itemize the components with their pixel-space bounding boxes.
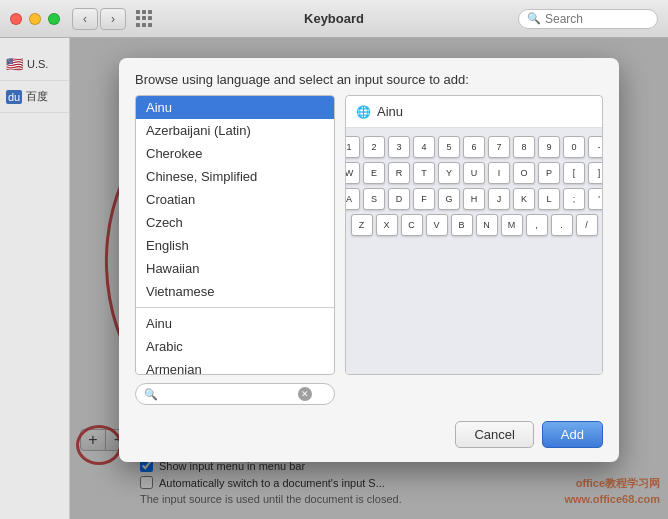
sidebar-item-baidu[interactable]: du 百度 — [0, 81, 69, 113]
modal-body: AinuAzerbaijani (Latin)CherokeeChinese, … — [119, 95, 619, 375]
keyboard-row: `1234567890-= — [354, 136, 594, 158]
modal-footer: Cancel Add — [119, 413, 619, 462]
modal-instruction-text: Browse using language and select an inpu… — [135, 72, 469, 87]
language-item[interactable]: Czech — [136, 211, 334, 234]
cancel-button[interactable]: Cancel — [455, 421, 533, 448]
keyboard-key[interactable]: W — [345, 162, 360, 184]
keyboard-row: QWERTYUIOP[]\ — [354, 162, 594, 184]
language-item[interactable]: Croatian — [136, 188, 334, 211]
title-search-bar[interactable]: 🔍 — [518, 9, 658, 29]
keyboard-row: ASDFGHJKL;' — [354, 188, 594, 210]
baidu-icon: du — [6, 90, 22, 104]
close-button[interactable] — [10, 13, 22, 25]
language-item[interactable]: Vietnamese — [136, 280, 334, 303]
keyboard-key[interactable]: ; — [563, 188, 585, 210]
language-list-container: AinuAzerbaijani (Latin)CherokeeChinese, … — [135, 95, 335, 375]
language-item[interactable]: Arabic — [136, 335, 334, 358]
keyboard-key[interactable]: - — [588, 136, 603, 158]
keyboard-row: ZXCVBNM,./ — [354, 214, 594, 236]
keyboard-key[interactable]: V — [426, 214, 448, 236]
modal-header: Browse using language and select an inpu… — [119, 58, 619, 95]
keyboard-key[interactable]: M — [501, 214, 523, 236]
keyboard-key[interactable]: / — [576, 214, 598, 236]
keyboard-key[interactable]: H — [463, 188, 485, 210]
keyboard-key[interactable]: C — [401, 214, 423, 236]
keyboard-key[interactable]: O — [513, 162, 535, 184]
keyboard-key[interactable]: G — [438, 188, 460, 210]
language-item[interactable]: Armenian — [136, 358, 334, 374]
keyboard-key[interactable]: D — [388, 188, 410, 210]
language-item[interactable]: Chinese, Simplified — [136, 165, 334, 188]
keyboard-key[interactable]: I — [488, 162, 510, 184]
keyboard-key[interactable]: 7 — [488, 136, 510, 158]
preview-title: Ainu — [377, 104, 403, 119]
keyboard-key[interactable]: , — [526, 214, 548, 236]
keyboard-key[interactable]: R — [388, 162, 410, 184]
search-icon: 🔍 — [144, 388, 158, 401]
language-list[interactable]: AinuAzerbaijani (Latin)CherokeeChinese, … — [136, 96, 334, 374]
sidebar: 🇺🇸 U.S. du 百度 — [0, 38, 70, 519]
keyboard-key[interactable]: ] — [588, 162, 603, 184]
preview-header: 🌐 Ainu — [346, 96, 602, 128]
clear-search-button[interactable]: ✕ — [298, 387, 312, 401]
language-item[interactable]: Ainu — [136, 307, 334, 335]
keyboard-key[interactable]: 6 — [463, 136, 485, 158]
keyboard-key[interactable]: S — [363, 188, 385, 210]
nav-buttons: ‹ › — [72, 8, 126, 30]
language-search-wrap[interactable]: 🔍 ✕ — [135, 383, 335, 405]
language-item[interactable]: Ainu — [136, 96, 334, 119]
main-content: 🇺🇸 U.S. du 百度 Browse using language and … — [0, 38, 668, 519]
keyboard-key[interactable]: P — [538, 162, 560, 184]
language-item[interactable]: English — [136, 234, 334, 257]
keyboard-key[interactable]: E — [363, 162, 385, 184]
app-grid-icon[interactable] — [136, 10, 154, 28]
traffic-lights — [10, 13, 60, 25]
keyboard-key[interactable]: [ — [563, 162, 585, 184]
language-search-input[interactable] — [163, 387, 293, 401]
keyboard-key[interactable]: Z — [351, 214, 373, 236]
modal-overlay: Browse using language and select an inpu… — [70, 38, 668, 519]
sidebar-item-us-label: U.S. — [27, 58, 48, 70]
keyboard-key[interactable]: X — [376, 214, 398, 236]
keyboard-key[interactable]: 4 — [413, 136, 435, 158]
keyboard-key[interactable]: 2 — [363, 136, 385, 158]
keyboard-key[interactable]: ' — [588, 188, 603, 210]
keyboard-key[interactable]: . — [551, 214, 573, 236]
preview-panel: 🌐 Ainu `1234567890-=QWERTYUIOP[]\ASDFGHJ… — [345, 95, 603, 375]
back-button[interactable]: ‹ — [72, 8, 98, 30]
keyboard-key[interactable]: Y — [438, 162, 460, 184]
keyboard-key[interactable]: 3 — [388, 136, 410, 158]
keyboard-key[interactable]: 9 — [538, 136, 560, 158]
title-search-input[interactable] — [545, 12, 655, 26]
maximize-button[interactable] — [48, 13, 60, 25]
keyboard-key[interactable]: U — [463, 162, 485, 184]
language-item[interactable]: Hawaiian — [136, 257, 334, 280]
sidebar-item-baidu-label: 百度 — [26, 89, 48, 104]
keyboard-key[interactable]: A — [345, 188, 360, 210]
keyboard-key[interactable]: T — [413, 162, 435, 184]
modal-search-row: 🔍 ✕ — [119, 375, 619, 413]
sidebar-item-us[interactable]: 🇺🇸 U.S. — [0, 48, 69, 81]
keyboard-key[interactable]: F — [413, 188, 435, 210]
add-button[interactable]: Add — [542, 421, 603, 448]
keyboard-key[interactable]: 8 — [513, 136, 535, 158]
keyboard-key[interactable]: B — [451, 214, 473, 236]
language-item[interactable]: Cherokee — [136, 142, 334, 165]
keyboard-key[interactable]: K — [513, 188, 535, 210]
us-flag-icon: 🇺🇸 — [6, 56, 23, 72]
titlebar: ‹ › Keyboard 🔍 — [0, 0, 668, 38]
add-input-source-modal: Browse using language and select an inpu… — [119, 58, 619, 462]
keyboard-key[interactable]: 1 — [345, 136, 360, 158]
globe-icon: 🌐 — [356, 105, 371, 119]
window-title: Keyboard — [304, 11, 364, 26]
keyboard-key[interactable]: J — [488, 188, 510, 210]
keyboard-key[interactable]: 5 — [438, 136, 460, 158]
forward-button[interactable]: › — [100, 8, 126, 30]
keyboard-key[interactable]: L — [538, 188, 560, 210]
main-panel: Browse using language and select an inpu… — [70, 38, 668, 519]
keyboard-preview: `1234567890-=QWERTYUIOP[]\ASDFGHJKL;'ZXC… — [346, 128, 602, 374]
minimize-button[interactable] — [29, 13, 41, 25]
keyboard-key[interactable]: 0 — [563, 136, 585, 158]
keyboard-key[interactable]: N — [476, 214, 498, 236]
language-item[interactable]: Azerbaijani (Latin) — [136, 119, 334, 142]
